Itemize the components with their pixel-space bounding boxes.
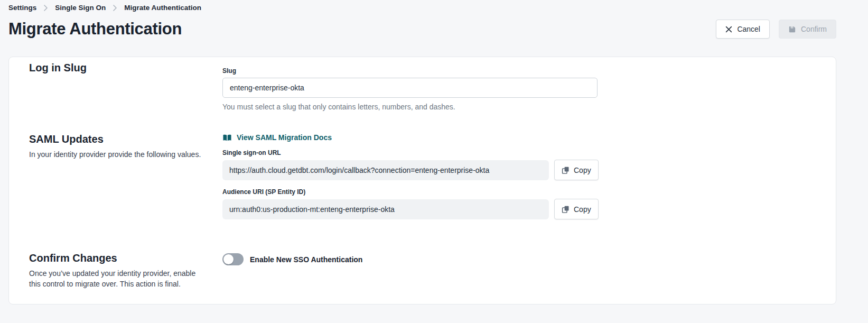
saml-updates-section: SAML Updates In your identity provider p… bbox=[9, 133, 836, 219]
saml-updates-description: In your identity provider provide the fo… bbox=[29, 150, 204, 160]
view-saml-migration-docs-link[interactable]: View SAML Migration Docs bbox=[222, 133, 332, 142]
confirm-changes-description: Once you’ve updated your identity provid… bbox=[29, 269, 204, 290]
confirm-changes-left-column: Confirm Changes Once you’ve updated your… bbox=[29, 252, 222, 290]
slug-input[interactable] bbox=[222, 78, 598, 98]
docs-link-label: View SAML Migration Docs bbox=[237, 133, 332, 142]
copy-icon bbox=[562, 166, 570, 174]
confirm-button[interactable]: Confirm bbox=[779, 20, 836, 39]
copy-icon bbox=[562, 205, 570, 214]
slug-label: Slug bbox=[222, 67, 599, 75]
audience-uri-field: urn:auth0:us-production-mt:enteng-enterp… bbox=[222, 199, 549, 219]
header-actions: Cancel Confirm bbox=[716, 20, 836, 39]
saml-updates-right-column: View SAML Migration Docs Single sign-on … bbox=[222, 133, 599, 219]
breadcrumb: Settings Single Sign On Migrate Authenti… bbox=[8, 4, 836, 12]
login-slug-right-column: Slug You must select a slug that only co… bbox=[222, 62, 599, 111]
breadcrumb-item-migrate-authentication: Migrate Authentication bbox=[124, 4, 201, 12]
migrate-authentication-card: Log in Slug Slug You must select a slug … bbox=[8, 57, 836, 304]
login-slug-left-column: Log in Slug bbox=[29, 62, 222, 111]
slug-helper-text: You must select a slug that only contain… bbox=[222, 103, 599, 111]
copy-button-label: Copy bbox=[574, 166, 591, 174]
open-book-icon bbox=[222, 134, 232, 142]
confirm-changes-right-column: Enable New SSO Authentication bbox=[222, 252, 599, 290]
top-bar: Settings Single Sign On Migrate Authenti… bbox=[8, 0, 836, 39]
breadcrumb-item-settings[interactable]: Settings bbox=[8, 4, 36, 12]
login-slug-section: Log in Slug Slug You must select a slug … bbox=[9, 62, 836, 111]
sso-url-field: https://auth.cloud.getdbt.com/login/call… bbox=[222, 160, 549, 180]
saml-updates-heading: SAML Updates bbox=[29, 133, 222, 145]
cancel-button[interactable]: Cancel bbox=[716, 20, 770, 39]
toggle-knob bbox=[223, 254, 234, 264]
chevron-right-icon bbox=[113, 5, 117, 11]
enable-sso-toggle[interactable] bbox=[222, 253, 244, 265]
copy-button-label: Copy bbox=[574, 205, 591, 214]
confirm-button-label: Confirm bbox=[801, 25, 827, 33]
enable-sso-toggle-label: Enable New SSO Authentication bbox=[250, 255, 362, 264]
confirm-changes-section: Confirm Changes Once you’ve updated your… bbox=[9, 252, 836, 290]
copy-sso-url-button[interactable]: Copy bbox=[554, 160, 599, 180]
cancel-button-label: Cancel bbox=[737, 25, 760, 33]
save-icon bbox=[788, 25, 796, 33]
chevron-right-icon bbox=[43, 5, 48, 11]
breadcrumb-item-single-sign-on[interactable]: Single Sign On bbox=[55, 4, 106, 12]
login-slug-heading: Log in Slug bbox=[29, 62, 222, 74]
saml-updates-left-column: SAML Updates In your identity provider p… bbox=[29, 133, 222, 219]
page-title: Migrate Authentication bbox=[8, 20, 182, 39]
audience-uri-label: Audience URI (SP Entity ID) bbox=[222, 188, 599, 196]
close-icon bbox=[725, 26, 732, 33]
confirm-changes-heading: Confirm Changes bbox=[29, 252, 222, 264]
sso-url-label: Single sign-on URL bbox=[222, 149, 599, 156]
copy-audience-uri-button[interactable]: Copy bbox=[554, 199, 599, 219]
